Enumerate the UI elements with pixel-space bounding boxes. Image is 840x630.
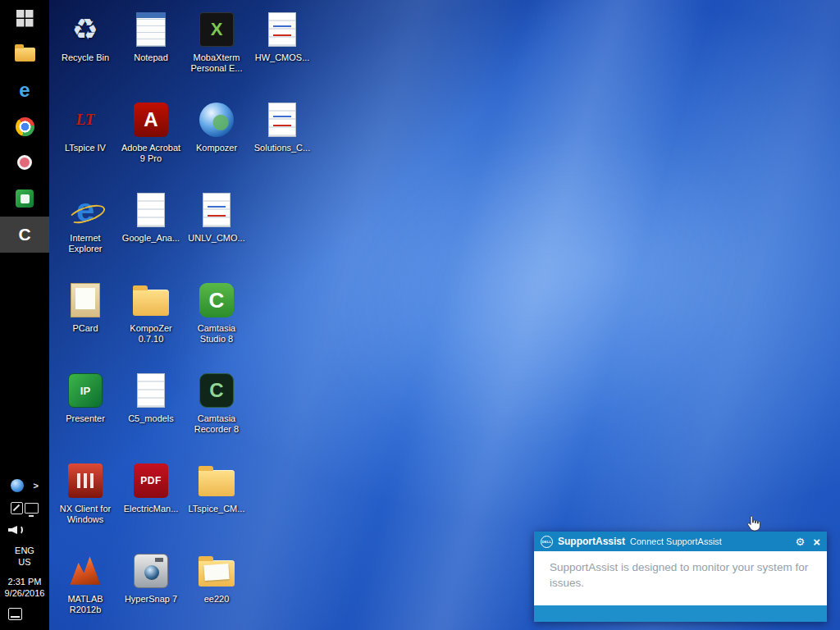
icon-slot (66, 461, 105, 500)
desktop-icon-label: HW_CMOS... (255, 52, 310, 63)
dell-logo-icon: DELL (541, 536, 553, 548)
desktop-icon-kompozer-0-7-10[interactable]: KompoZer 0.7.10 (118, 274, 184, 364)
clock-time: 2:31 PM (0, 576, 49, 587)
desktop-icon-pcard[interactable]: PCard (52, 274, 118, 364)
acrobat-icon: A (134, 103, 168, 137)
chrome-icon (16, 117, 34, 136)
notepad-icon (136, 12, 166, 47)
desktop-icon-c5-models[interactable]: C5_models (118, 364, 184, 454)
clock[interactable]: 2:31 PM 9/26/2016 (0, 576, 49, 599)
taskbar-item-chrome[interactable] (0, 108, 49, 144)
icon-slot (197, 190, 236, 230)
globe-icon (199, 103, 234, 137)
gear-icon[interactable]: ⚙ (796, 536, 806, 548)
desktop-icon-camtasia-studio-8[interactable]: CCamtasia Studio 8 (184, 274, 249, 364)
taskbar-item-camtasia[interactable]: C (0, 217, 49, 253)
windows-desktop: ♻Recycle BinLTLTspice IVeInternet Explor… (0, 0, 840, 630)
ie-icon: e (19, 79, 30, 102)
desktop-icon-ltspice-iv[interactable]: LTLTspice IV (52, 94, 118, 184)
network-globe-icon[interactable] (11, 479, 24, 492)
desktop-icon-label: Camtasia Recorder 8 (185, 413, 249, 435)
icon-slot (131, 10, 171, 49)
pen-input-icon[interactable] (11, 502, 23, 514)
desktop-icon-label: Recycle Bin (62, 52, 109, 63)
language-line2: US (0, 556, 49, 568)
icon-slot (197, 100, 236, 139)
camtasia-dark-icon: C (199, 373, 234, 408)
desktop-icon-label: ElectricMan... (124, 504, 179, 514)
icon-slot: ♻ (66, 10, 105, 49)
tray-input-row (0, 502, 49, 514)
desktop-icon-label: MobaXterm Personal E... (185, 52, 249, 74)
desktop-icon-kompozer[interactable]: Kompozer (184, 94, 249, 184)
desktop-icon-unlv-cmo[interactable]: UNLV_CMO... (184, 184, 249, 274)
desktop-icon-hypersnap-7[interactable]: HyperSnap 7 (118, 545, 184, 630)
icon-slot: IP (66, 371, 105, 410)
desktop-icon-label: MATLAB R2012b (53, 594, 117, 615)
icon-slot: X (197, 10, 236, 49)
desktop-icon-column: XMobaXterm Personal E...KompozerUNLV_CMO… (184, 3, 249, 630)
desktop-icon-label: Internet Explorer (53, 233, 117, 254)
icon-slot (131, 281, 171, 320)
language-line1: ENG (0, 545, 49, 556)
desktop-icon-label: Solutions_C... (254, 143, 310, 153)
ltspice-icon: LT (68, 103, 103, 137)
taskbar-item-ie[interactable]: e (0, 72, 49, 108)
pdf-icon: PDF (134, 463, 168, 498)
desktop-icon-notepad[interactable]: Notepad (118, 3, 184, 94)
desktop-icon-label: C5_models (128, 413, 174, 424)
desktop-icon-ee220[interactable]: ee220 (184, 545, 249, 630)
notification-footer (534, 605, 827, 622)
desktop-icon-matlab-r2012b[interactable]: MATLAB R2012b (52, 545, 118, 630)
desktop-icon-camtasia-recorder-8[interactable]: CCamtasia Recorder 8 (184, 364, 249, 454)
desktop-icon-internet-explorer[interactable]: eInternet Explorer (52, 184, 118, 274)
notification-body: SupportAssist is designed to monitor you… (534, 551, 827, 605)
taskbar-apps: eC (0, 0, 49, 253)
doc-red-icon (203, 193, 231, 227)
desktop-icon-label: Notepad (134, 52, 168, 63)
desktop-icon-label: LTspice_CM... (189, 504, 245, 514)
close-icon[interactable]: × (813, 535, 820, 549)
desktop-icon-ltspice-cm[interactable]: LTspice_CM... (184, 454, 249, 545)
camtasia-icon: C (18, 225, 30, 244)
action-center-icon[interactable] (8, 608, 22, 620)
notification-header[interactable]: DELL SupportAssist Connect SupportAssist… (534, 532, 827, 551)
taskbar-item-media[interactable] (0, 144, 49, 180)
desktop-icon-nx-client-for-windows[interactable]: NX Client for Windows (52, 454, 118, 545)
doc-icon (137, 373, 165, 408)
hypersnap-icon (134, 554, 168, 588)
desktop-icon-mobaxterm-personal-e[interactable]: XMobaXterm Personal E... (184, 3, 249, 94)
icon-slot (66, 281, 105, 320)
media-icon (17, 155, 32, 170)
desktop-icon-label: HyperSnap 7 (125, 594, 177, 605)
desktop-icon-label: Google_Ana... (122, 233, 180, 244)
folder-icon (133, 290, 169, 316)
desktop-icon-label: PCard (72, 323, 98, 334)
folder-open-icon (199, 560, 235, 587)
desktop-icon-electricman[interactable]: PDFElectricMan... (118, 454, 184, 545)
taskbar-item-green[interactable] (0, 180, 49, 217)
taskbar-item-explorer[interactable] (0, 36, 49, 72)
desktop-icon-label: Presenter (66, 413, 105, 424)
system-tray: > ENG US 2:31 PM 9/26/2016 (0, 474, 49, 630)
desktop-icon-recycle-bin[interactable]: ♻Recycle Bin (52, 3, 118, 94)
taskbar-spacer (0, 253, 49, 474)
desktop-icon-hw-cmos[interactable]: HW_CMOS... (249, 3, 315, 94)
language-indicator[interactable]: ENG US (0, 545, 49, 568)
tray-expand-chevron-icon[interactable]: > (34, 481, 39, 491)
desktop-icon-label: KompoZer 0.7.10 (119, 323, 183, 345)
camtasia-green-icon: C (199, 283, 234, 317)
desktop-icon-presenter[interactable]: IPPresenter (52, 364, 118, 454)
pcard-icon (71, 283, 100, 317)
desktop-icon-google-ana[interactable]: Google_Ana... (118, 184, 184, 274)
volume-icon[interactable] (8, 524, 24, 536)
icon-slot: C (197, 371, 236, 410)
doc-red-icon (268, 12, 296, 47)
desktop-icon-column: NotepadAAdobe Acrobat 9 ProGoogle_Ana...… (118, 3, 184, 630)
taskbar-item-start[interactable] (0, 0, 49, 36)
desktop-icon-adobe-acrobat-9-pro[interactable]: AAdobe Acrobat 9 Pro (118, 94, 184, 184)
green-icon (16, 189, 34, 208)
display-icon[interactable] (25, 503, 39, 514)
desktop-icon-solutions-c[interactable]: Solutions_C... (249, 94, 315, 184)
folder-icon (199, 470, 235, 496)
